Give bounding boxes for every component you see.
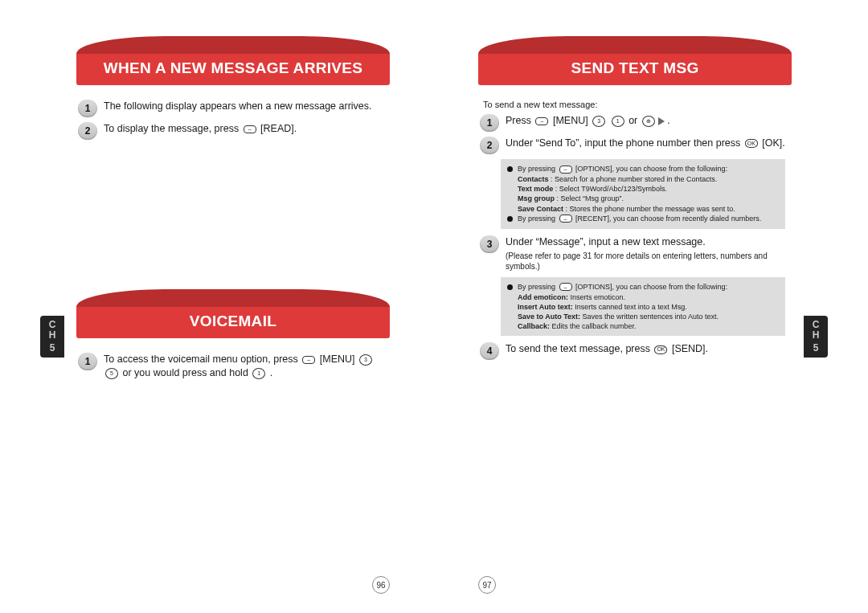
step-text-part: Press	[506, 115, 534, 126]
step-text: Press – [MENU] 3 1 or ⊕ .	[506, 114, 670, 128]
step-text-part: [OK].	[762, 137, 784, 149]
voicemail-step-1: 1 To access the voicemail menu option, p…	[78, 353, 388, 380]
send-step-2: 2 Under “Send To”, input the phone numbe…	[480, 137, 790, 154]
step-text: To send the text message, press OK [SEND…	[506, 342, 708, 356]
step-2: 2 To display the message, press – [READ]…	[78, 122, 388, 140]
arrow-right-icon	[658, 117, 665, 125]
section-send-text: SEND TEXT MSG	[478, 36, 792, 85]
softkey-icon: –	[559, 283, 572, 291]
manual-spread: CH 5 WHEN A NEW MESSAGE ARRIVES 1 The fo…	[0, 0, 868, 613]
nav-icon: ⊕	[642, 116, 655, 127]
step-text: The following display appears when a new…	[104, 100, 372, 113]
info-line: Contacts : Search for a phone number sto…	[507, 174, 779, 184]
page-number-left: 96	[372, 576, 390, 594]
chapter-number: 5	[813, 343, 819, 353]
key-1-icon: 1	[252, 368, 265, 379]
step-text-part: Under “Message”, input a new text messag…	[506, 236, 706, 247]
step-text-part: To access the voicemail menu option, pre…	[104, 353, 301, 365]
page-number-right: 97	[478, 576, 496, 594]
ok-key-icon: OK	[654, 345, 667, 354]
options-box-2: By pressing – [OPTIONS], you can choose …	[501, 277, 785, 337]
key-5-icon: 5	[105, 368, 118, 379]
info-line: Msg group : Select “Msg group”.	[507, 194, 779, 203]
chapter-label: CH	[49, 320, 56, 341]
softkey-icon: –	[559, 166, 572, 174]
softkey-icon: –	[302, 356, 315, 364]
bullet-icon	[507, 166, 513, 172]
send-step-3: 3 Under “Message”, input a new text mess…	[480, 235, 790, 272]
step-badge: 1	[78, 100, 97, 117]
step-badge: 4	[480, 342, 499, 360]
banner-arch	[76, 36, 390, 54]
softkey-icon: –	[559, 215, 572, 223]
step-text: Under “Send To”, input the phone number …	[506, 137, 785, 150]
step-badge: 2	[78, 122, 97, 140]
step-subtext: (Please refer to page 31 for more detail…	[506, 251, 790, 272]
step-text-part: [MENU]	[553, 115, 591, 126]
step-text: Under “Message”, input a new text messag…	[506, 235, 790, 272]
step-text-part: [READ].	[260, 123, 297, 134]
key-3-icon: 3	[359, 354, 372, 366]
step-text-part: or	[628, 115, 641, 126]
step-text-part: [MENU]	[320, 353, 358, 365]
banner-arch	[478, 36, 792, 54]
info-line: By pressing – [RECENT], you can choose f…	[518, 214, 761, 223]
step-text-part: .	[270, 367, 272, 378]
info-line: Insert Auto text: Inserts canned text in…	[507, 302, 779, 312]
section-title: VOICEMAIL	[76, 307, 390, 338]
page-left: CH 5 WHEN A NEW MESSAGE ARRIVES 1 The fo…	[0, 0, 434, 613]
step-badge: 1	[480, 114, 499, 132]
step-badge: 2	[480, 137, 499, 154]
options-box-1: By pressing – [OPTIONS], you can choose …	[501, 159, 785, 229]
section-title: WHEN A NEW MESSAGE ARRIVES	[76, 54, 390, 85]
step-text-part: .	[667, 115, 669, 126]
key-1-icon: 1	[612, 116, 624, 127]
info-line: Text mode : Select T9Word/Abc/123/Symbol…	[507, 184, 779, 194]
section-new-message: WHEN A NEW MESSAGE ARRIVES	[76, 36, 390, 85]
key-3-icon: 3	[592, 116, 605, 127]
step-text-part: [SEND].	[672, 343, 708, 354]
step-text: To display the message, press – [READ].	[104, 122, 297, 136]
softkey-icon: –	[535, 117, 548, 125]
info-line: Save Contact : Stores the phone number t…	[507, 204, 779, 214]
send-step-1: 1 Press – [MENU] 3 1 or ⊕ .	[480, 114, 790, 132]
ok-key-icon: OK	[745, 139, 758, 148]
step-badge: 3	[480, 235, 499, 253]
info-line: Add emoticon: Inserts emoticon.	[507, 292, 779, 302]
step-1: 1 The following display appears when a n…	[78, 100, 388, 117]
softkey-icon: –	[244, 125, 256, 133]
info-line: By pressing – [OPTIONS], you can choose …	[518, 282, 727, 292]
step-text-part: To display the message, press	[104, 123, 242, 134]
section-title: SEND TEXT MSG	[478, 54, 792, 85]
info-line: By pressing – [OPTIONS], you can choose …	[518, 164, 727, 174]
section-voicemail: VOICEMAIL	[76, 289, 390, 338]
step-text: To access the voicemail menu option, pre…	[104, 353, 388, 380]
chapter-number: 5	[50, 343, 55, 353]
intro-text: To send a new text message:	[483, 100, 787, 109]
bullet-icon	[507, 284, 513, 290]
chapter-tab-left: CH 5	[40, 316, 64, 358]
step-badge: 1	[78, 353, 97, 370]
chapter-tab-right: CH 5	[804, 316, 828, 358]
step-text-part: or you would press and hold	[122, 367, 251, 378]
step-text-part: To send the text message, press	[506, 343, 653, 354]
chapter-label: CH	[813, 320, 820, 341]
step-text-part: Under “Send To”, input the phone number …	[506, 137, 743, 149]
send-step-4: 4 To send the text message, press OK [SE…	[480, 342, 790, 360]
bullet-icon	[507, 216, 513, 222]
banner-arch	[76, 289, 390, 307]
info-line: Callback: Edits the callback number.	[507, 321, 779, 331]
info-line: Save to Auto Text: Saves the written sen…	[507, 312, 779, 321]
page-right: CH 5 SEND TEXT MSG To send a new text me…	[434, 0, 868, 613]
